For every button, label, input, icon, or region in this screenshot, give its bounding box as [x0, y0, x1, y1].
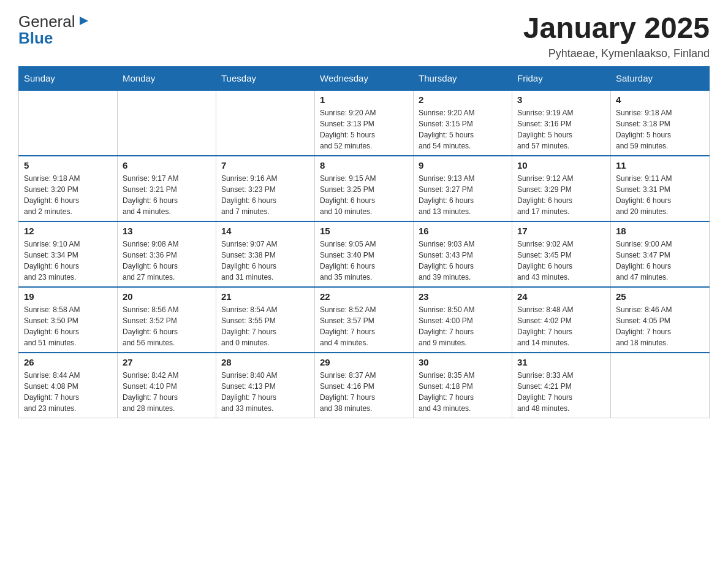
day-info: Sunrise: 9:12 AMSunset: 3:29 PMDaylight:…	[517, 173, 605, 217]
day-number: 1	[320, 94, 408, 105]
calendar-day-25: 25Sunrise: 8:46 AMSunset: 4:05 PMDayligh…	[611, 287, 710, 353]
day-info: Sunrise: 9:15 AMSunset: 3:25 PMDaylight:…	[320, 173, 408, 217]
calendar-day-14: 14Sunrise: 9:07 AMSunset: 3:38 PMDayligh…	[216, 221, 315, 287]
calendar-day-3: 3Sunrise: 9:19 AMSunset: 3:16 PMDaylight…	[512, 90, 611, 156]
day-number: 31	[517, 357, 605, 367]
day-info: Sunrise: 9:11 AMSunset: 3:31 PMDaylight:…	[616, 173, 704, 217]
day-number: 22	[320, 291, 408, 302]
svg-marker-0	[80, 17, 88, 25]
calendar-day-empty-0-0	[19, 90, 118, 156]
header-cell-monday: Monday	[118, 66, 216, 90]
day-info: Sunrise: 9:18 AMSunset: 3:18 PMDaylight:…	[616, 107, 704, 151]
logo-blue-text: Blue	[18, 29, 53, 48]
calendar-day-22: 22Sunrise: 8:52 AMSunset: 3:57 PMDayligh…	[315, 287, 414, 353]
calendar-day-31: 31Sunrise: 8:33 AMSunset: 4:21 PMDayligh…	[512, 353, 611, 418]
header-cell-sunday: Sunday	[19, 66, 118, 90]
day-number: 7	[221, 160, 309, 170]
day-number: 14	[221, 226, 309, 236]
day-number: 8	[320, 160, 408, 170]
day-number: 12	[24, 226, 112, 236]
calendar-day-empty-0-2	[216, 90, 315, 156]
calendar-header: SundayMondayTuesdayWednesdayThursdayFrid…	[19, 66, 710, 90]
day-number: 24	[517, 291, 605, 302]
day-number: 20	[123, 291, 211, 302]
calendar-body: 1Sunrise: 9:20 AMSunset: 3:13 PMDaylight…	[19, 90, 710, 418]
day-number: 4	[616, 94, 704, 105]
day-number: 27	[123, 357, 211, 367]
calendar-week-2: 5Sunrise: 9:18 AMSunset: 3:20 PMDaylight…	[19, 156, 710, 221]
calendar-day-30: 30Sunrise: 8:35 AMSunset: 4:18 PMDayligh…	[414, 353, 512, 418]
day-number: 11	[616, 160, 704, 170]
calendar-day-23: 23Sunrise: 8:50 AMSunset: 4:00 PMDayligh…	[414, 287, 512, 353]
day-number: 30	[419, 357, 507, 367]
day-info: Sunrise: 8:54 AMSunset: 3:55 PMDaylight:…	[221, 304, 309, 348]
day-number: 5	[24, 160, 112, 170]
day-info: Sunrise: 8:44 AMSunset: 4:08 PMDaylight:…	[24, 370, 112, 414]
calendar-day-15: 15Sunrise: 9:05 AMSunset: 3:40 PMDayligh…	[315, 221, 414, 287]
day-number: 26	[24, 357, 112, 367]
calendar-day-11: 11Sunrise: 9:11 AMSunset: 3:31 PMDayligh…	[611, 156, 710, 221]
calendar-day-7: 7Sunrise: 9:16 AMSunset: 3:23 PMDaylight…	[216, 156, 315, 221]
calendar-day-9: 9Sunrise: 9:13 AMSunset: 3:27 PMDaylight…	[414, 156, 512, 221]
day-info: Sunrise: 9:19 AMSunset: 3:16 PMDaylight:…	[517, 107, 605, 151]
day-number: 2	[419, 94, 507, 105]
calendar-day-4: 4Sunrise: 9:18 AMSunset: 3:18 PMDaylight…	[611, 90, 710, 156]
day-number: 29	[320, 357, 408, 367]
day-info: Sunrise: 8:52 AMSunset: 3:57 PMDaylight:…	[320, 304, 408, 348]
day-number: 10	[517, 160, 605, 170]
day-number: 3	[517, 94, 605, 105]
page-header: General Blue January 2025 Pyhtaeae, Kyme…	[18, 12, 710, 60]
day-info: Sunrise: 9:18 AMSunset: 3:20 PMDaylight:…	[24, 173, 112, 217]
calendar-day-18: 18Sunrise: 9:00 AMSunset: 3:47 PMDayligh…	[611, 221, 710, 287]
day-info: Sunrise: 8:33 AMSunset: 4:21 PMDaylight:…	[517, 370, 605, 414]
day-number: 25	[616, 291, 704, 302]
calendar-day-empty-4-6	[611, 353, 710, 418]
calendar-day-29: 29Sunrise: 8:37 AMSunset: 4:16 PMDayligh…	[315, 353, 414, 418]
day-number: 13	[123, 226, 211, 236]
calendar-day-26: 26Sunrise: 8:44 AMSunset: 4:08 PMDayligh…	[19, 353, 118, 418]
day-info: Sunrise: 9:16 AMSunset: 3:23 PMDaylight:…	[221, 173, 309, 217]
day-info: Sunrise: 9:03 AMSunset: 3:43 PMDaylight:…	[419, 239, 507, 283]
header-cell-friday: Friday	[512, 66, 611, 90]
calendar-week-3: 12Sunrise: 9:10 AMSunset: 3:34 PMDayligh…	[19, 221, 710, 287]
day-number: 19	[24, 291, 112, 302]
calendar-day-17: 17Sunrise: 9:02 AMSunset: 3:45 PMDayligh…	[512, 221, 611, 287]
page-subtitle: Pyhtaeae, Kymenlaakso, Finland	[523, 47, 710, 60]
calendar-day-1: 1Sunrise: 9:20 AMSunset: 3:13 PMDaylight…	[315, 90, 414, 156]
calendar-day-12: 12Sunrise: 9:10 AMSunset: 3:34 PMDayligh…	[19, 221, 118, 287]
day-info: Sunrise: 9:05 AMSunset: 3:40 PMDaylight:…	[320, 239, 408, 283]
calendar-week-1: 1Sunrise: 9:20 AMSunset: 3:13 PMDaylight…	[19, 90, 710, 156]
day-info: Sunrise: 8:40 AMSunset: 4:13 PMDaylight:…	[221, 370, 309, 414]
day-info: Sunrise: 8:58 AMSunset: 3:50 PMDaylight:…	[24, 304, 112, 348]
day-info: Sunrise: 8:46 AMSunset: 4:05 PMDaylight:…	[616, 304, 704, 348]
day-number: 21	[221, 291, 309, 302]
day-number: 17	[517, 226, 605, 236]
title-section: January 2025 Pyhtaeae, Kymenlaakso, Finl…	[523, 12, 710, 60]
day-info: Sunrise: 9:13 AMSunset: 3:27 PMDaylight:…	[419, 173, 507, 217]
calendar-day-10: 10Sunrise: 9:12 AMSunset: 3:29 PMDayligh…	[512, 156, 611, 221]
calendar-day-28: 28Sunrise: 8:40 AMSunset: 4:13 PMDayligh…	[216, 353, 315, 418]
day-number: 9	[419, 160, 507, 170]
calendar-day-16: 16Sunrise: 9:03 AMSunset: 3:43 PMDayligh…	[414, 221, 512, 287]
calendar-day-5: 5Sunrise: 9:18 AMSunset: 3:20 PMDaylight…	[19, 156, 118, 221]
calendar-week-5: 26Sunrise: 8:44 AMSunset: 4:08 PMDayligh…	[19, 353, 710, 418]
header-cell-thursday: Thursday	[414, 66, 512, 90]
calendar-day-21: 21Sunrise: 8:54 AMSunset: 3:55 PMDayligh…	[216, 287, 315, 353]
day-info: Sunrise: 8:35 AMSunset: 4:18 PMDaylight:…	[419, 370, 507, 414]
day-info: Sunrise: 9:20 AMSunset: 3:15 PMDaylight:…	[419, 107, 507, 151]
header-cell-saturday: Saturday	[611, 66, 710, 90]
calendar-day-8: 8Sunrise: 9:15 AMSunset: 3:25 PMDaylight…	[315, 156, 414, 221]
calendar-week-4: 19Sunrise: 8:58 AMSunset: 3:50 PMDayligh…	[19, 287, 710, 353]
day-info: Sunrise: 8:48 AMSunset: 4:02 PMDaylight:…	[517, 304, 605, 348]
header-row: SundayMondayTuesdayWednesdayThursdayFrid…	[19, 66, 710, 90]
calendar-day-13: 13Sunrise: 9:08 AMSunset: 3:36 PMDayligh…	[118, 221, 216, 287]
day-number: 18	[616, 226, 704, 236]
day-info: Sunrise: 8:42 AMSunset: 4:10 PMDaylight:…	[123, 370, 211, 414]
day-info: Sunrise: 8:56 AMSunset: 3:52 PMDaylight:…	[123, 304, 211, 348]
calendar-day-20: 20Sunrise: 8:56 AMSunset: 3:52 PMDayligh…	[118, 287, 216, 353]
day-number: 28	[221, 357, 309, 367]
page-title: January 2025	[523, 12, 710, 45]
day-number: 6	[123, 160, 211, 170]
day-info: Sunrise: 9:02 AMSunset: 3:45 PMDaylight:…	[517, 239, 605, 283]
header-cell-tuesday: Tuesday	[216, 66, 315, 90]
